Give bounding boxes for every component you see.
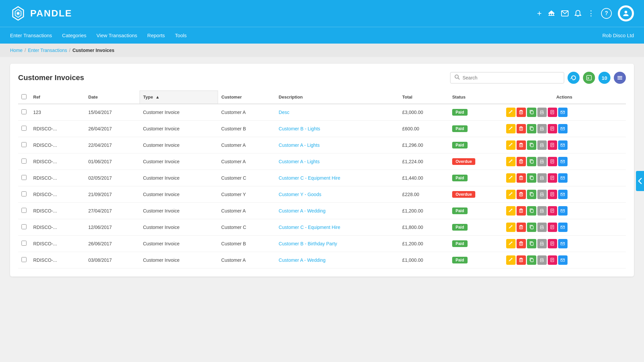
cell-desc-4[interactable]: Customer C - Equipment Hire bbox=[275, 170, 399, 186]
pdf-button-0[interactable] bbox=[548, 108, 557, 117]
cell-desc-5[interactable]: Customer Y - Goods bbox=[275, 186, 399, 202]
nav-view-transactions[interactable]: View Transactions bbox=[97, 31, 137, 40]
copy-button-3[interactable] bbox=[527, 157, 536, 166]
row-checkbox-8[interactable] bbox=[21, 241, 26, 246]
print-button-0[interactable] bbox=[537, 108, 547, 117]
nav-reports[interactable]: Reports bbox=[147, 31, 165, 40]
copy-button-7[interactable] bbox=[527, 223, 536, 232]
edit-button-6[interactable] bbox=[506, 206, 516, 216]
copy-button-4[interactable] bbox=[527, 173, 536, 183]
email-button-8[interactable] bbox=[558, 239, 568, 248]
edit-button-5[interactable] bbox=[506, 190, 516, 199]
avatar-button[interactable] bbox=[618, 5, 634, 21]
print-button-9[interactable] bbox=[537, 255, 547, 265]
edit-button-7[interactable] bbox=[506, 223, 516, 232]
delete-button-5[interactable] bbox=[517, 190, 526, 199]
pdf-button-7[interactable] bbox=[548, 223, 557, 232]
excel-export-button[interactable]: X bbox=[583, 72, 595, 84]
email-button-2[interactable] bbox=[558, 140, 568, 150]
email-button-7[interactable] bbox=[558, 223, 568, 232]
nav-categories[interactable]: Categories bbox=[62, 31, 87, 40]
print-button-1[interactable] bbox=[537, 124, 547, 133]
col-type[interactable]: Type ▲ bbox=[140, 91, 218, 104]
delete-button-3[interactable] bbox=[517, 157, 526, 166]
nav-enter-transactions[interactable]: Enter Transactions bbox=[10, 31, 52, 40]
pdf-button-3[interactable] bbox=[548, 157, 557, 166]
row-checkbox-1[interactable] bbox=[21, 126, 26, 131]
edit-button-8[interactable] bbox=[506, 239, 516, 248]
columns-button[interactable] bbox=[614, 72, 626, 84]
help-button[interactable]: ? bbox=[601, 8, 612, 19]
bell-icon-button[interactable] bbox=[575, 10, 581, 17]
pdf-button-4[interactable] bbox=[548, 173, 557, 183]
pdf-button-6[interactable] bbox=[548, 206, 557, 216]
print-button-2[interactable] bbox=[537, 140, 547, 150]
row-checkbox-6[interactable] bbox=[21, 208, 26, 213]
email-button-4[interactable] bbox=[558, 173, 568, 183]
edit-button-3[interactable] bbox=[506, 157, 516, 166]
email-button-6[interactable] bbox=[558, 206, 568, 216]
more-options-button[interactable]: ⋮ bbox=[587, 9, 595, 18]
pdf-button-5[interactable] bbox=[548, 190, 557, 199]
edit-button-4[interactable] bbox=[506, 173, 516, 183]
row-checkbox-5[interactable] bbox=[21, 191, 26, 196]
copy-button-2[interactable] bbox=[527, 140, 536, 150]
mail-icon-button[interactable] bbox=[561, 10, 569, 16]
breadcrumb-home[interactable]: Home bbox=[10, 48, 22, 53]
row-checkbox-0[interactable] bbox=[21, 109, 26, 114]
cell-desc-9[interactable]: Customer A - Wedding bbox=[275, 252, 399, 268]
copy-button-9[interactable] bbox=[527, 255, 536, 265]
delete-button-2[interactable] bbox=[517, 140, 526, 150]
edit-button-0[interactable] bbox=[506, 108, 516, 117]
print-button-4[interactable] bbox=[537, 173, 547, 183]
print-button-6[interactable] bbox=[537, 206, 547, 216]
row-checkbox-9[interactable] bbox=[21, 257, 26, 262]
delete-button-6[interactable] bbox=[517, 206, 526, 216]
pdf-button-2[interactable] bbox=[548, 140, 557, 150]
edit-button-2[interactable] bbox=[506, 140, 516, 150]
cell-desc-6[interactable]: Customer A - Wedding bbox=[275, 202, 399, 219]
cell-desc-7[interactable]: Customer C - Equipment Hire bbox=[275, 219, 399, 235]
print-button-8[interactable] bbox=[537, 239, 547, 248]
add-button[interactable]: + bbox=[537, 9, 542, 18]
row-checkbox-2[interactable] bbox=[21, 142, 26, 147]
copy-button-0[interactable] bbox=[527, 108, 536, 117]
pdf-button-1[interactable] bbox=[548, 124, 557, 133]
cell-desc-1[interactable]: Customer B - Lights bbox=[275, 120, 399, 137]
edit-button-9[interactable] bbox=[506, 255, 516, 265]
email-button-5[interactable] bbox=[558, 190, 568, 199]
copy-button-8[interactable] bbox=[527, 239, 536, 248]
cell-desc-0[interactable]: Desc bbox=[275, 104, 399, 121]
refresh-button[interactable] bbox=[568, 72, 580, 84]
delete-button-0[interactable] bbox=[517, 108, 526, 117]
copy-button-1[interactable] bbox=[527, 124, 536, 133]
row-checkbox-4[interactable] bbox=[21, 175, 26, 180]
count-button[interactable]: 10 bbox=[598, 72, 610, 84]
print-button-5[interactable] bbox=[537, 190, 547, 199]
cell-desc-3[interactable]: Customer A - Lights bbox=[275, 153, 399, 170]
row-checkbox-7[interactable] bbox=[21, 224, 26, 229]
print-button-3[interactable] bbox=[537, 157, 547, 166]
sidebar-tab[interactable] bbox=[636, 171, 644, 191]
edit-button-1[interactable] bbox=[506, 124, 516, 133]
delete-button-4[interactable] bbox=[517, 173, 526, 183]
email-button-1[interactable] bbox=[558, 124, 568, 133]
delete-button-9[interactable] bbox=[517, 255, 526, 265]
copy-button-6[interactable] bbox=[527, 206, 536, 216]
search-input[interactable] bbox=[463, 75, 560, 80]
cell-desc-2[interactable]: Customer A - Lights bbox=[275, 137, 399, 153]
pdf-button-9[interactable] bbox=[548, 255, 557, 265]
select-all-checkbox[interactable] bbox=[21, 94, 26, 99]
cell-desc-8[interactable]: Customer B - Birthday Party bbox=[275, 235, 399, 252]
bank-icon-button[interactable] bbox=[548, 10, 555, 17]
email-button-0[interactable] bbox=[558, 108, 568, 117]
print-button-7[interactable] bbox=[537, 223, 547, 232]
delete-button-1[interactable] bbox=[517, 124, 526, 133]
email-button-9[interactable] bbox=[558, 255, 568, 265]
delete-button-8[interactable] bbox=[517, 239, 526, 248]
nav-tools[interactable]: Tools bbox=[175, 31, 187, 40]
row-checkbox-3[interactable] bbox=[21, 159, 26, 164]
copy-button-5[interactable] bbox=[527, 190, 536, 199]
email-button-3[interactable] bbox=[558, 157, 568, 166]
delete-button-7[interactable] bbox=[517, 223, 526, 232]
